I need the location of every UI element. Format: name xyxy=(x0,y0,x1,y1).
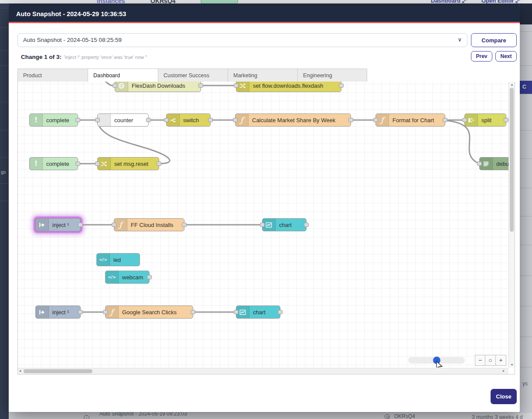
info-icon: i xyxy=(84,415,89,419)
zoom-reset-button[interactable]: ○ xyxy=(485,355,496,366)
sidebar-item-label[interactable]: gs xyxy=(1,169,6,175)
node-format-for-chart[interactable]: ƒFormat for Chart xyxy=(375,113,445,127)
status-badge xyxy=(201,0,238,3)
node-port-out xyxy=(78,223,83,227)
background-sidebar: gs xyxy=(0,3,9,419)
canvas-horizontal-scrollbar[interactable]: ◂ ▸ xyxy=(18,368,508,374)
node-label: set flow.downloads.flexdash xyxy=(253,82,323,89)
tab-marketing[interactable]: Marketing xyxy=(228,69,297,82)
next-change-button[interactable]: Next xyxy=(495,51,517,62)
node-port-out xyxy=(348,118,353,122)
node-label: chart xyxy=(253,309,266,316)
close-button[interactable]: Close xyxy=(491,389,517,404)
breadcrumb-project: OKRsQ4 xyxy=(150,0,176,3)
compare-button[interactable]: Compare xyxy=(471,33,517,47)
node-set-msg-reset[interactable]: set msg.reset xyxy=(97,157,159,170)
vertical-scroll-thumb[interactable] xyxy=(510,88,514,232)
node-webcam[interactable]: </>webcam xyxy=(105,271,150,284)
node-switch[interactable]: switch xyxy=(166,113,211,127)
wire xyxy=(445,120,478,163)
node-flexdash-downloads[interactable]: FlexDash Downloads xyxy=(115,82,201,92)
node-port-in xyxy=(462,118,467,122)
node-set-flow-downloads-flexdash[interactable]: set flow.downloads.flexdash xyxy=(236,82,341,92)
node-complete-1[interactable]: !complete xyxy=(29,113,78,127)
code-icon: </> xyxy=(106,271,119,283)
horizontal-scroll-thumb[interactable] xyxy=(24,369,92,373)
scroll-right-icon[interactable]: ▸ xyxy=(503,369,505,373)
node-google-search-clicks[interactable]: ƒGoogle Search Clicks xyxy=(105,306,193,319)
node-port-in xyxy=(103,310,108,314)
scroll-left-icon[interactable]: ◂ xyxy=(19,369,21,373)
wire xyxy=(99,82,113,86)
zoom-in-button[interactable]: + xyxy=(496,355,506,366)
background-right-panel: C ys xyxy=(520,24,532,412)
right-panel-selected-item[interactable]: C xyxy=(520,81,532,94)
scroll-up-icon[interactable]: ▴ xyxy=(509,82,515,86)
node-chart-1[interactable]: chart xyxy=(262,218,307,231)
node-port-in xyxy=(477,161,482,166)
node-label: Format for Chart xyxy=(392,117,434,124)
bottom-age-label: 3 months 3 weeks 4 d xyxy=(472,414,523,419)
mouse-cursor xyxy=(436,361,444,367)
node-port-in xyxy=(95,161,100,166)
node-inject-1[interactable]: inject ¹ xyxy=(35,218,81,231)
node-port-out xyxy=(146,118,151,122)
bottom-project-label: OKRsQ4 xyxy=(394,413,415,419)
node-port-out xyxy=(75,161,80,166)
dashboard-button[interactable]: Dashboard ⤢ xyxy=(431,0,467,3)
code-icon: </> xyxy=(97,254,110,266)
change-count-label: Change 1 of 3: xyxy=(21,54,61,60)
node-port-out xyxy=(157,161,161,166)
node-split[interactable]: split xyxy=(464,113,506,127)
change-summary: Change 1 of 3:'inject ¹' property 'once'… xyxy=(21,54,147,60)
tab-customer-success[interactable]: Customer Success xyxy=(158,69,228,82)
node-port-in xyxy=(233,118,238,122)
node-counter[interactable]: counter xyxy=(97,113,149,127)
node-port-out xyxy=(304,223,309,227)
node-port-in xyxy=(112,223,116,227)
node-label: set msg.reset xyxy=(114,161,148,167)
node-label: Calculate Market Share By Week xyxy=(252,117,335,124)
dialog-header: Auto Snapshot - 2024-05-29 10:36:53 xyxy=(9,5,520,23)
bottom-snapshot-label: Auto Snapshot - 2024-05-19 09:23:03 xyxy=(99,412,187,417)
node-port-in xyxy=(373,118,378,122)
node-port-in xyxy=(113,83,117,88)
node-debug[interactable]: debug xyxy=(479,157,508,170)
canvas-vertical-scrollbar[interactable]: ▴ ▾ xyxy=(508,82,515,367)
node-label: complete xyxy=(46,161,69,167)
zoom-out-button[interactable]: − xyxy=(475,355,485,366)
chevron-down-icon: ∨ xyxy=(457,36,462,43)
tab-dashboard[interactable]: Dashboard xyxy=(88,69,158,82)
snapshot-select-value: Auto Snapshot - 2024-05-15 08:25:59 xyxy=(23,37,122,43)
prev-change-button[interactable]: Prev xyxy=(471,51,492,62)
background-top-nav: Instances OKRsQ4 Dashboard ⤢ Open Editor… xyxy=(0,0,532,3)
node-port-out xyxy=(147,275,152,279)
scroll-down-icon[interactable]: ▾ xyxy=(509,363,515,367)
node-label: FF Cloud Installs xyxy=(131,222,174,228)
exclaim-icon: ! xyxy=(30,114,43,126)
snapshot-select[interactable]: Auto Snapshot - 2024-05-15 08:25:59 ∨ xyxy=(17,33,467,47)
breadcrumb-instances[interactable]: Instances xyxy=(97,0,125,3)
node-port-out xyxy=(208,118,213,122)
node-label: switch xyxy=(183,117,199,124)
node-chart-2[interactable]: chart xyxy=(236,306,280,319)
node-inject-2[interactable]: inject ¹ xyxy=(35,306,81,319)
node-port-out xyxy=(504,118,508,122)
snapshot-compare-dialog: Auto Snapshot - 2024-05-29 10:36:53 Auto… xyxy=(9,5,520,412)
exclaim-icon: ! xyxy=(30,158,43,170)
node-led[interactable]: </>led xyxy=(96,253,140,266)
node-complete-2[interactable]: !complete xyxy=(29,157,78,170)
right-panel-text: ys xyxy=(522,381,528,387)
tab-product[interactable]: Product xyxy=(17,69,88,82)
background-bottom-row: i Auto Snapshot - 2024-05-19 09:23:03 OK… xyxy=(9,412,532,419)
target-icon xyxy=(385,414,390,419)
tab-engineering[interactable]: Engineering xyxy=(297,69,367,82)
flow-canvas[interactable]: FlexDash Downloadsset flow.downloads.fle… xyxy=(18,82,508,367)
node-calculate-market-share-by-week[interactable]: ƒCalculate Market Share By Week xyxy=(235,113,351,127)
node-port-in xyxy=(95,118,100,122)
node-label: Google Search Clicks xyxy=(122,309,177,316)
node-label: split xyxy=(481,117,491,124)
node-ff-cloud-installs[interactable]: ƒFF Cloud Installs xyxy=(114,218,184,231)
open-editor-button[interactable]: Open Editor ⤢ xyxy=(481,0,520,3)
node-label: led xyxy=(113,257,121,263)
